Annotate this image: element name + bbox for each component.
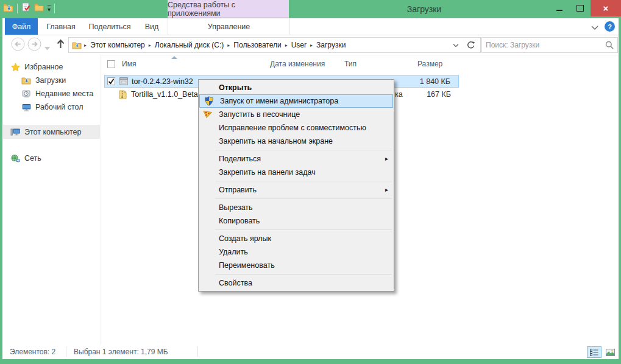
menu-item-delete[interactable]: Удалить <box>199 245 394 259</box>
pane-divider <box>101 55 101 345</box>
menu-separator <box>215 229 392 230</box>
menu-item-copy[interactable]: Копировать <box>199 214 394 228</box>
breadcrumb-local-disk-c[interactable]: Локальный диск (C:) <box>152 41 227 49</box>
close-button[interactable]: × <box>591 0 621 16</box>
menu-item-compatibility[interactable]: Исправление проблем с совместимостью <box>199 121 394 135</box>
address-dropdown-chevron-icon[interactable] <box>449 41 463 49</box>
window-border <box>619 18 621 364</box>
status-separator <box>197 346 198 357</box>
menu-item-create-shortcut[interactable]: Создать ярлык <box>199 232 394 245</box>
file-size: 1 840 КБ <box>420 77 450 86</box>
select-all-checkbox[interactable] <box>107 60 115 68</box>
status-separator <box>66 346 66 357</box>
search-input[interactable] <box>482 41 605 49</box>
up-button[interactable] <box>56 38 65 52</box>
menu-item-run-in-sandbox[interactable]: Запустить в песочнице <box>199 108 394 121</box>
sidebar-item-this-pc[interactable]: Этот компьютер <box>10 126 108 138</box>
submenu-arrow-icon <box>385 183 388 197</box>
row-checkbox-checked[interactable] <box>107 77 115 85</box>
selection-info: Выбран 1 элемент: 1,79 МБ <box>74 348 168 356</box>
tab-share[interactable]: Поделиться <box>84 18 135 35</box>
details-view-icon <box>590 349 598 356</box>
menu-separator <box>215 198 392 199</box>
sandboxie-icon <box>203 110 213 119</box>
star-icon <box>10 63 21 72</box>
menu-item-pin-to-taskbar[interactable]: Закрепить на панели задач <box>199 166 394 179</box>
context-menu: Открыть Запуск от имени администратора З… <box>198 79 394 292</box>
address-bar[interactable]: Этот компьютер Локальный диск (C:) Польз… <box>68 37 463 53</box>
search-box <box>481 37 618 53</box>
column-header-size[interactable]: Размер <box>417 60 442 68</box>
column-header-row: Имя Дата изменения Тип Размер <box>101 58 619 71</box>
sidebar-item-label: Избранное <box>24 63 63 71</box>
menu-separator <box>215 150 392 150</box>
tab-manage[interactable]: Управление <box>168 18 290 35</box>
sidebar-item-network[interactable]: Сеть <box>10 152 108 164</box>
uac-shield-icon <box>204 96 214 106</box>
qat-customize-dropdown[interactable] <box>48 5 51 12</box>
navigation-bar: Этот компьютер Локальный диск (C:) Польз… <box>2 35 619 55</box>
menu-item-rename[interactable]: Переименовать <box>199 259 394 272</box>
file-name: Tortilla_v1.1.0_Beta <box>131 90 198 99</box>
refresh-button[interactable] <box>462 37 481 53</box>
downloads-folder-icon <box>3 3 13 15</box>
breadcrumb-users[interactable]: Пользователи <box>230 41 284 49</box>
sidebar-item-label: Недавние места <box>35 89 93 98</box>
window-border <box>0 18 2 364</box>
menu-item-pin-to-start[interactable]: Закрепить на начальном экране <box>199 135 394 148</box>
maximize-button[interactable] <box>570 0 591 16</box>
items-count: Элементов: 2 <box>10 348 55 356</box>
menu-item-run-as-admin[interactable]: Запуск от имени администратора <box>199 94 393 108</box>
explorer-window: Средства работы с приложениями Загрузки … <box>0 0 621 364</box>
minimize-icon <box>556 10 562 11</box>
desktop-monitor-icon <box>21 103 32 111</box>
properties-icon[interactable] <box>21 2 30 15</box>
contextual-tab-group-header: Средства работы с приложениями <box>168 0 289 18</box>
tab-file[interactable]: Файл <box>5 18 38 35</box>
this-pc-icon <box>10 128 21 136</box>
history-dropdown-icon[interactable] <box>44 42 50 53</box>
back-button[interactable] <box>11 37 25 54</box>
column-header-date[interactable]: Дата изменения <box>270 60 325 68</box>
sidebar-item-desktop[interactable]: Рабочий стол <box>21 101 119 113</box>
search-magnifier-icon[interactable] <box>605 41 617 49</box>
window-controls: × <box>549 0 621 16</box>
ribbon-collapse-chevron-icon[interactable] <box>591 21 598 32</box>
sidebar-item-label: Загрузки <box>35 76 66 85</box>
breadcrumb-downloads[interactable]: Загрузки <box>313 41 349 49</box>
minimize-button[interactable] <box>549 0 570 16</box>
tab-home[interactable]: Главная <box>41 18 80 35</box>
menu-separator <box>215 181 392 181</box>
menu-item-open[interactable]: Открыть <box>199 81 394 94</box>
maximize-icon <box>577 5 584 12</box>
help-icon[interactable] <box>605 21 615 32</box>
ribbon-tab-bar: Файл Главная Поделиться Вид Управление <box>2 18 619 35</box>
zip-archive-icon <box>119 90 127 101</box>
qat-separator <box>54 4 55 13</box>
address-folder-icon <box>69 41 83 49</box>
sidebar-item-label: Сеть <box>24 154 41 163</box>
network-globe-icon <box>10 154 21 163</box>
menu-item-cut[interactable]: Вырезать <box>199 201 394 214</box>
menu-item-properties[interactable]: Свойства <box>199 276 394 290</box>
recent-places-icon <box>21 89 32 98</box>
ribbon-right-controls <box>591 18 615 35</box>
sidebar-item-favorites[interactable]: Избранное <box>10 61 108 73</box>
menu-item-label: Запуск от имени администратора <box>220 97 338 105</box>
column-header-type[interactable]: Тип <box>344 60 357 68</box>
breadcrumb-user[interactable]: User <box>288 41 310 49</box>
title-bar: Средства работы с приложениями Загрузки … <box>0 0 621 18</box>
details-view-button[interactable] <box>587 346 601 358</box>
menu-item-send-to[interactable]: Отправить <box>199 183 394 197</box>
file-name: tor-0.2.4.23-win32 <box>132 77 193 86</box>
menu-item-label: Запустить в песочнице <box>219 110 300 119</box>
sidebar-item-label: Рабочий стол <box>35 103 83 111</box>
thumbnail-view-button[interactable] <box>603 346 617 358</box>
column-header-name[interactable]: Имя <box>122 60 136 68</box>
quick-access-toolbar <box>3 2 55 15</box>
new-folder-icon[interactable] <box>34 3 44 14</box>
forward-button[interactable] <box>27 37 41 54</box>
tab-view[interactable]: Вид <box>138 18 166 35</box>
menu-item-share[interactable]: Поделиться <box>199 152 394 166</box>
breadcrumb-this-pc[interactable]: Этот компьютер <box>87 41 148 49</box>
